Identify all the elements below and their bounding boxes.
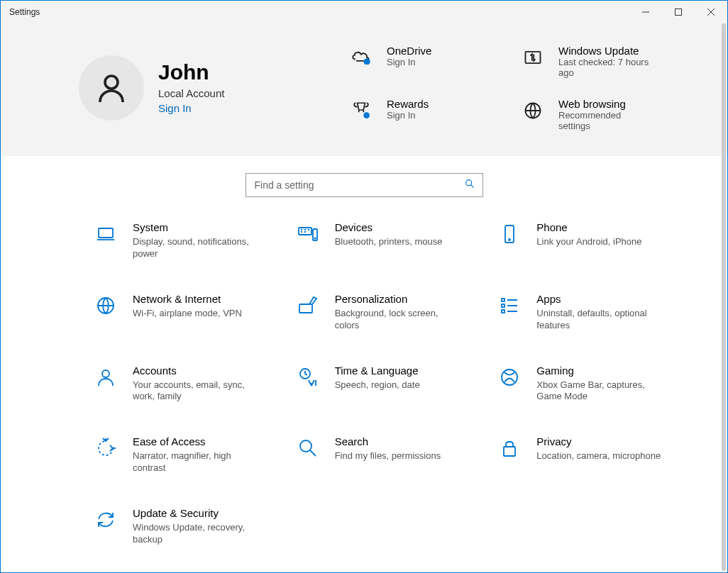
tile-subtitle: Sign In <box>387 57 431 67</box>
category-privacy[interactable]: PrivacyLocation, camera, microphone <box>497 435 685 474</box>
tile-title: Rewards <box>387 98 429 110</box>
xbox-icon <box>497 365 522 390</box>
header-panel: John Local Account Sign In OneDrive Sign… <box>1 23 727 156</box>
category-personalization[interactable]: PersonalizationBackground, lock screen, … <box>295 293 483 332</box>
cat-title: Devices <box>335 221 443 233</box>
cat-desc: Windows Update, recovery, backup <box>133 522 260 546</box>
laptop-icon <box>93 221 118 247</box>
search-area <box>1 156 727 207</box>
svg-rect-0 <box>675 9 682 16</box>
cat-desc: Xbox Game Bar, captures, Game Mode <box>536 379 664 404</box>
cat-desc: Uninstall, defaults, optional features <box>536 308 664 332</box>
update-icon <box>520 45 546 67</box>
globe-icon <box>93 293 118 318</box>
category-network[interactable]: Network & InternetWi-Fi, airplane mode, … <box>93 293 281 332</box>
category-ease-of-access[interactable]: Ease of AccessNarrator, magnifier, high … <box>93 435 281 474</box>
category-apps[interactable]: AppsUninstall, defaults, optional featur… <box>497 293 685 332</box>
scrollbar[interactable] <box>722 23 726 571</box>
cat-desc: Speech, region, date <box>335 379 420 391</box>
svg-rect-14 <box>299 304 312 313</box>
svg-point-4 <box>363 112 370 118</box>
tile-web-browsing[interactable]: Web browsing Recommended settings <box>520 98 685 131</box>
cat-title: Phone <box>536 221 641 233</box>
svg-rect-3 <box>526 52 541 63</box>
cat-desc: Background, lock screen, colors <box>335 308 463 332</box>
cat-desc: Your accounts, email, sync, work, family <box>133 379 260 404</box>
tile-subtitle: Recommended settings <box>558 110 636 131</box>
tile-rewards[interactable]: Rewards Sign In <box>348 98 513 131</box>
svg-point-1 <box>105 76 118 89</box>
person-icon <box>94 71 128 105</box>
cat-desc: Location, camera, microphone <box>536 450 661 462</box>
cat-title: System <box>133 221 260 233</box>
accessibility-icon <box>93 435 118 461</box>
sync-icon <box>93 507 118 533</box>
search-icon <box>464 178 475 192</box>
maximize-button[interactable] <box>662 1 695 23</box>
svg-point-20 <box>502 369 517 385</box>
window-controls <box>629 1 727 23</box>
cloud-icon <box>348 45 374 65</box>
svg-rect-16 <box>502 304 504 307</box>
person-icon <box>93 365 118 390</box>
close-button[interactable] <box>695 1 727 23</box>
window-title: Settings <box>1 7 40 17</box>
lock-icon <box>497 435 522 461</box>
search-box[interactable] <box>246 173 483 197</box>
svg-rect-17 <box>502 310 504 313</box>
title-bar: Settings <box>1 1 727 23</box>
svg-rect-22 <box>504 447 515 456</box>
cat-title: Apps <box>536 293 664 305</box>
search-icon <box>295 435 321 461</box>
cat-title: Ease of Access <box>133 435 260 447</box>
cat-desc: Narrator, magnifier, high contrast <box>133 450 260 474</box>
sign-in-link[interactable]: Sign In <box>158 102 224 114</box>
tile-title: Web browsing <box>558 98 636 110</box>
header-tiles: OneDrive Sign In Windows Update Last che… <box>348 45 685 131</box>
tile-onedrive[interactable]: OneDrive Sign In <box>348 45 513 78</box>
cat-desc: Find my files, permissions <box>335 450 441 462</box>
category-update-security[interactable]: Update & SecurityWindows Update, recover… <box>93 507 281 546</box>
cat-desc: Wi-Fi, airplane mode, VPN <box>133 308 242 320</box>
category-gaming[interactable]: GamingXbox Game Bar, captures, Game Mode <box>497 365 685 404</box>
svg-rect-15 <box>502 299 504 301</box>
cat-desc: Display, sound, notifications, power <box>133 236 260 260</box>
categories-panel: SystemDisplay, sound, notifications, pow… <box>1 207 727 573</box>
tile-subtitle: Sign In <box>387 110 429 121</box>
cat-title: Privacy <box>536 435 661 447</box>
tile-windows-update[interactable]: Windows Update Last checked: 7 hours ago <box>520 45 685 78</box>
tile-title: Windows Update <box>558 45 651 57</box>
brush-icon <box>295 293 321 318</box>
cat-title: Accounts <box>133 365 260 377</box>
minimize-button[interactable] <box>629 1 662 23</box>
account-type: Local Account <box>158 87 224 99</box>
svg-point-21 <box>300 440 311 452</box>
tile-title: OneDrive <box>387 45 431 57</box>
svg-rect-8 <box>299 228 311 235</box>
phone-icon <box>497 221 522 247</box>
list-icon <box>497 293 522 318</box>
svg-point-18 <box>102 370 109 377</box>
svg-point-6 <box>465 180 471 186</box>
cat-desc: Bluetooth, printers, mouse <box>335 236 443 248</box>
globe-icon <box>520 98 546 121</box>
cat-title: Personalization <box>335 293 463 305</box>
search-input[interactable] <box>253 179 464 191</box>
rewards-icon <box>348 98 374 119</box>
categories-grid: SystemDisplay, sound, notifications, pow… <box>93 221 685 546</box>
cat-title: Search <box>335 435 441 447</box>
category-time[interactable]: Time & LanguageSpeech, region, date <box>295 365 483 404</box>
svg-point-10 <box>314 238 315 238</box>
category-accounts[interactable]: AccountsYour accounts, email, sync, work… <box>93 365 281 404</box>
category-phone[interactable]: PhoneLink your Android, iPhone <box>497 221 685 260</box>
cat-title: Gaming <box>536 365 664 377</box>
avatar <box>79 55 144 121</box>
tile-subtitle: Last checked: 7 hours ago <box>558 57 651 78</box>
svg-point-12 <box>509 239 510 240</box>
category-system[interactable]: SystemDisplay, sound, notifications, pow… <box>93 221 281 260</box>
category-search[interactable]: SearchFind my files, permissions <box>295 435 483 474</box>
clock-language-icon <box>295 365 321 390</box>
user-name: John <box>158 62 224 83</box>
category-devices[interactable]: DevicesBluetooth, printers, mouse <box>295 221 483 260</box>
devices-icon <box>295 221 321 247</box>
